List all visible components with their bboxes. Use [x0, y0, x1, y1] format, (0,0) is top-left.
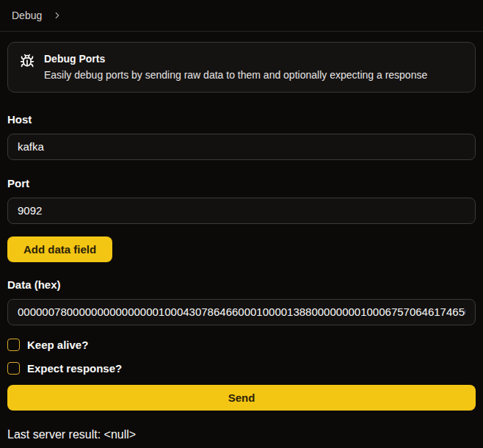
expect-response-label: Expect response? [27, 362, 122, 375]
port-label: Port [7, 177, 476, 189]
chevron-right-icon [52, 10, 62, 21]
page-content: Debug Ports Easily debug ports by sendin… [0, 42, 483, 441]
card-text: Debug Ports Easily debug ports by sendin… [44, 51, 427, 83]
card-title: Debug Ports [44, 51, 427, 66]
send-button[interactable]: Send [7, 385, 476, 411]
data-hex-input[interactable] [7, 299, 476, 325]
breadcrumb: Debug [12, 10, 62, 21]
keep-alive-checkbox[interactable] [7, 339, 20, 351]
top-bar: Debug [0, 0, 483, 32]
last-server-result: Last server result: <null> [7, 428, 476, 441]
keep-alive-label: Keep alive? [27, 339, 88, 351]
breadcrumb-item-debug[interactable]: Debug [12, 10, 42, 21]
host-input[interactable] [7, 134, 476, 160]
add-data-field-button[interactable]: Add data field [7, 236, 112, 262]
card-description: Easily debug ports by sending raw data t… [44, 68, 427, 82]
debug-ports-card: Debug Ports Easily debug ports by sendin… [7, 42, 476, 93]
host-label: Host [7, 113, 476, 126]
keep-alive-row: Keep alive? [7, 339, 476, 351]
data-hex-label: Data (hex) [7, 278, 476, 291]
port-input[interactable] [7, 198, 476, 224]
bug-icon [20, 54, 34, 68]
expect-response-checkbox[interactable] [7, 362, 20, 375]
expect-response-row: Expect response? [7, 362, 476, 375]
